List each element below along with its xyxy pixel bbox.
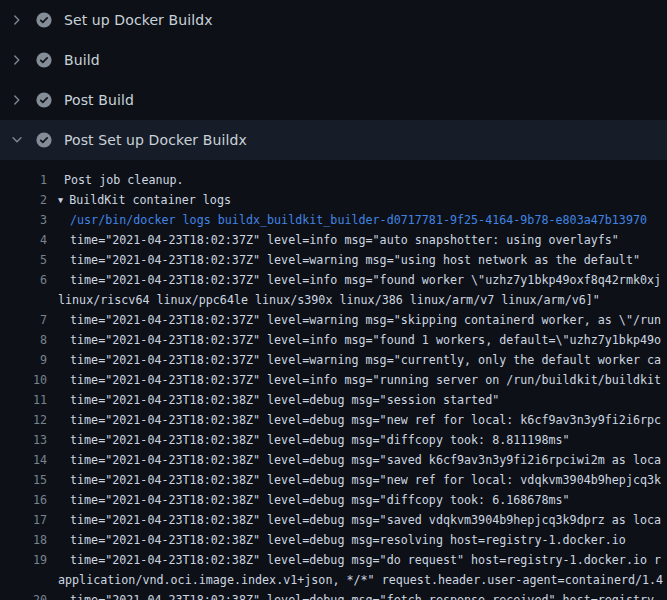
log-line-number[interactable]: 1: [0, 170, 47, 190]
check-circle-icon: [36, 12, 52, 28]
group-collapse-triangle-icon: ▼: [58, 195, 63, 205]
chevron-right-icon: [10, 13, 24, 27]
log-line-text: time="2021-04-23T18:02:37Z" level=info m…: [47, 270, 661, 290]
log-line: 7time="2021-04-23T18:02:37Z" level=warni…: [0, 310, 667, 330]
log-line: 6time="2021-04-23T18:02:37Z" level=info …: [0, 270, 667, 290]
log-line: 14time="2021-04-23T18:02:38Z" level=debu…: [0, 450, 667, 470]
log-line: 15time="2021-04-23T18:02:38Z" level=debu…: [0, 470, 667, 490]
log-line-number[interactable]: 7: [0, 310, 47, 330]
step-row-post-build[interactable]: Post Build: [0, 80, 667, 120]
log-line-number[interactable]: 5: [0, 250, 47, 270]
log-line-text: time="2021-04-23T18:02:37Z" level=warnin…: [47, 310, 661, 330]
log-line: 9time="2021-04-23T18:02:37Z" level=warni…: [0, 350, 667, 370]
log-command-text: /usr/bin/docker logs buildx_buildkit_bui…: [47, 210, 647, 230]
chevron-right-icon: [10, 93, 24, 107]
log-line-number[interactable]: 12: [0, 410, 47, 430]
log-lines: 1Post job cleanup.2▼BuildKit container l…: [0, 160, 667, 600]
step-label: Set up Docker Buildx: [64, 12, 213, 28]
step-row-build[interactable]: Build: [0, 40, 667, 80]
log-line: 20time="2021-04-23T18:02:38Z" level=debu…: [0, 590, 667, 600]
actions-log-viewer: { "colors": { "page_bg": "#0d1117", "hea…: [0, 0, 667, 600]
log-line: 12time="2021-04-23T18:02:38Z" level=debu…: [0, 410, 667, 430]
log-line: 17time="2021-04-23T18:02:38Z" level=debu…: [0, 510, 667, 530]
log-line-text: time="2021-04-23T18:02:38Z" level=debug …: [47, 430, 570, 450]
log-line: 10time="2021-04-23T18:02:37Z" level=info…: [0, 370, 667, 390]
log-line: 8time="2021-04-23T18:02:37Z" level=info …: [0, 330, 667, 350]
log-line-number[interactable]: 6: [0, 270, 47, 290]
log-line-text: time="2021-04-23T18:02:37Z" level=warnin…: [47, 250, 640, 270]
log-line-text: application/vnd.oci.image.index.v1+json,…: [47, 570, 663, 590]
step-row-set-up-docker-buildx[interactable]: Set up Docker Buildx: [0, 0, 667, 40]
check-circle-icon: [36, 132, 52, 148]
check-circle-icon: [36, 92, 52, 108]
log-line-number[interactable]: 3: [0, 210, 47, 230]
log-line-number[interactable]: 4: [0, 230, 47, 250]
log-line-text: time="2021-04-23T18:02:37Z" level=info m…: [47, 330, 661, 350]
log-line-text: Post job cleanup.: [47, 170, 184, 190]
chevron-right-icon: [10, 53, 24, 67]
steps-list: Set up Docker BuildxBuildPost BuildPost …: [0, 0, 667, 160]
log-line-number[interactable]: 17: [0, 510, 47, 530]
step-label: Post Build: [64, 92, 134, 108]
log-line-number[interactable]: 16: [0, 490, 47, 510]
log-line-number[interactable]: 15: [0, 470, 47, 490]
step-label: Build: [64, 52, 100, 68]
log-group-toggle[interactable]: ▼BuildKit container logs: [47, 190, 231, 210]
log-line: 3/usr/bin/docker logs buildx_buildkit_bu…: [0, 210, 667, 230]
log-line-number[interactable]: 10: [0, 370, 47, 390]
log-line-text: time="2021-04-23T18:02:38Z" level=debug …: [47, 450, 661, 470]
log-line-text: time="2021-04-23T18:02:38Z" level=debug …: [47, 490, 570, 510]
log-line-text: time="2021-04-23T18:02:38Z" level=debug …: [47, 530, 626, 550]
log-line-text: linux/riscv64 linux/ppc64le linux/s390x …: [47, 290, 600, 310]
step-row-post-set-up-docker-buildx[interactable]: Post Set up Docker Buildx: [0, 120, 667, 160]
log-line-text: time="2021-04-23T18:02:37Z" level=info m…: [47, 230, 619, 250]
log-line-number[interactable]: 2: [0, 190, 47, 210]
log-line: application/vnd.oci.image.index.v1+json,…: [0, 570, 667, 590]
log-line: linux/riscv64 linux/ppc64le linux/s390x …: [0, 290, 667, 310]
log-line-number[interactable]: 8: [0, 330, 47, 350]
log-line-text: time="2021-04-23T18:02:38Z" level=debug …: [47, 470, 661, 490]
log-line: 19time="2021-04-23T18:02:38Z" level=debu…: [0, 550, 667, 570]
log-line: 4time="2021-04-23T18:02:37Z" level=info …: [0, 230, 667, 250]
log-line-text: time="2021-04-23T18:02:38Z" level=debug …: [47, 510, 661, 530]
log-line-text: time="2021-04-23T18:02:38Z" level=debug …: [47, 410, 661, 430]
log-line-text: time="2021-04-23T18:02:38Z" level=debug …: [47, 390, 499, 410]
step-label: Post Set up Docker Buildx: [64, 132, 247, 148]
log-line: 5time="2021-04-23T18:02:37Z" level=warni…: [0, 250, 667, 270]
log-line-number[interactable]: 20: [0, 590, 47, 600]
log-line: 11time="2021-04-23T18:02:38Z" level=debu…: [0, 390, 667, 410]
log-line-text: time="2021-04-23T18:02:38Z" level=debug …: [47, 550, 661, 570]
log-line-text: time="2021-04-23T18:02:38Z" level=debug …: [47, 590, 661, 600]
log-line-number[interactable]: 9: [0, 350, 47, 370]
log-line: 13time="2021-04-23T18:02:38Z" level=debu…: [0, 430, 667, 450]
log-line-number[interactable]: 13: [0, 430, 47, 450]
check-circle-icon: [36, 52, 52, 68]
log-line: 16time="2021-04-23T18:02:38Z" level=debu…: [0, 490, 667, 510]
log-line-number[interactable]: 11: [0, 390, 47, 410]
log-line-text: time="2021-04-23T18:02:37Z" level=info m…: [47, 370, 661, 390]
log-line-number[interactable]: 19: [0, 550, 47, 570]
log-line: 2▼BuildKit container logs: [0, 190, 667, 210]
log-line: 1Post job cleanup.: [0, 170, 667, 190]
chevron-down-icon: [10, 133, 24, 147]
log-line: 18time="2021-04-23T18:02:38Z" level=debu…: [0, 530, 667, 550]
log-line-number[interactable]: 14: [0, 450, 47, 470]
log-line-number[interactable]: 18: [0, 530, 47, 550]
log-line-text: time="2021-04-23T18:02:37Z" level=warnin…: [47, 350, 661, 370]
